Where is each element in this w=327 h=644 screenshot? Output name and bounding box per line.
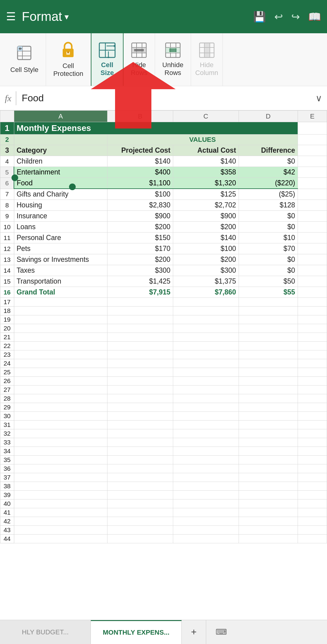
- cell[interactable]: [14, 482, 107, 491]
- book-icon[interactable]: 📖: [308, 11, 321, 23]
- cell-diff[interactable]: $0: [239, 211, 298, 222]
- table-row[interactable]: 39: [0, 491, 327, 499]
- cell[interactable]: [173, 438, 239, 447]
- cell[interactable]: [107, 315, 173, 324]
- cell[interactable]: [173, 456, 239, 464]
- cell[interactable]: [173, 315, 239, 324]
- cell-projected[interactable]: $1,100: [107, 178, 173, 189]
- table-row[interactable]: 4 Children $140 $140 $0: [0, 156, 327, 167]
- cell-e[interactable]: [298, 211, 327, 222]
- table-row[interactable]: 9 Insurance $900 $900 $0: [0, 211, 327, 222]
- cell-projected[interactable]: $7,915: [107, 287, 173, 298]
- cell-projected[interactable]: $100: [107, 189, 173, 200]
- cell[interactable]: [14, 491, 107, 499]
- cell[interactable]: [298, 350, 327, 359]
- cell-diff[interactable]: $128: [239, 200, 298, 211]
- cell-e[interactable]: [298, 276, 327, 287]
- values-header-cell[interactable]: VALUES: [107, 135, 298, 145]
- cell[interactable]: [298, 429, 327, 438]
- cell[interactable]: [14, 421, 107, 429]
- cell[interactable]: [107, 394, 173, 403]
- header-projected[interactable]: Projected Cost: [107, 145, 173, 156]
- cell-actual[interactable]: $300: [173, 265, 239, 276]
- cell[interactable]: [239, 421, 298, 429]
- cell[interactable]: [239, 412, 298, 421]
- cell-e[interactable]: [298, 189, 327, 200]
- cell-e[interactable]: [298, 167, 327, 178]
- cell[interactable]: [107, 350, 173, 359]
- cell[interactable]: [298, 377, 327, 385]
- col-header-c[interactable]: C: [173, 111, 239, 122]
- cell[interactable]: [107, 429, 173, 438]
- cell[interactable]: [239, 403, 298, 412]
- col-header-e[interactable]: E: [298, 111, 327, 122]
- cell-category[interactable]: Entertainment: [14, 167, 107, 178]
- table-row[interactable]: 35: [0, 456, 327, 464]
- cell[interactable]: [173, 482, 239, 491]
- cell[interactable]: [239, 377, 298, 385]
- cell[interactable]: [173, 535, 239, 543]
- cell[interactable]: [14, 517, 107, 526]
- table-row[interactable]: 41: [0, 508, 327, 517]
- cell[interactable]: [298, 535, 327, 543]
- cell[interactable]: [239, 385, 298, 394]
- cell[interactable]: [14, 412, 107, 421]
- cell[interactable]: [107, 464, 173, 473]
- cell[interactable]: [239, 350, 298, 359]
- cell-diff[interactable]: $0: [239, 265, 298, 276]
- header-actual[interactable]: Actual Cost: [173, 145, 239, 156]
- cell[interactable]: [173, 499, 239, 508]
- cell[interactable]: [107, 412, 173, 421]
- table-row[interactable]: 23: [0, 350, 327, 359]
- cell[interactable]: [239, 526, 298, 535]
- cell[interactable]: [173, 324, 239, 333]
- cell-projected[interactable]: $300: [107, 265, 173, 276]
- cell[interactable]: [173, 368, 239, 377]
- cell[interactable]: [14, 307, 107, 315]
- cell[interactable]: [298, 517, 327, 526]
- cell[interactable]: [173, 333, 239, 342]
- table-row[interactable]: 13 Savings or Investments $200 $200 $0: [0, 254, 327, 265]
- cell[interactable]: [298, 456, 327, 464]
- cell[interactable]: [298, 394, 327, 403]
- cell[interactable]: [107, 333, 173, 342]
- ribbon-cell-size[interactable]: CellSize: [91, 33, 124, 86]
- cell[interactable]: [239, 298, 298, 307]
- cell[interactable]: [298, 307, 327, 315]
- cell-diff[interactable]: ($25): [239, 189, 298, 200]
- cell-e[interactable]: [298, 178, 327, 189]
- save-icon[interactable]: 💾: [253, 11, 266, 23]
- cell-diff[interactable]: $55: [239, 287, 298, 298]
- cell[interactable]: [239, 394, 298, 403]
- cell-diff[interactable]: $42: [239, 167, 298, 178]
- cell-actual[interactable]: $100: [173, 243, 239, 254]
- cell-actual[interactable]: $200: [173, 222, 239, 233]
- cell[interactable]: [14, 473, 107, 482]
- cell[interactable]: [14, 429, 107, 438]
- cell[interactable]: [14, 342, 107, 350]
- add-sheet-button[interactable]: +: [182, 620, 206, 644]
- cell[interactable]: [239, 535, 298, 543]
- cell[interactable]: [298, 447, 327, 456]
- cell-e[interactable]: [298, 200, 327, 211]
- cell[interactable]: [107, 482, 173, 491]
- cell[interactable]: [239, 342, 298, 350]
- cell-actual[interactable]: $900: [173, 211, 239, 222]
- cell-projected[interactable]: $400: [107, 167, 173, 178]
- cell[interactable]: [107, 307, 173, 315]
- table-row[interactable]: 29: [0, 403, 327, 412]
- cell[interactable]: [14, 438, 107, 447]
- table-row[interactable]: 34: [0, 447, 327, 456]
- cell-diff[interactable]: $10: [239, 233, 298, 243]
- cell[interactable]: [298, 438, 327, 447]
- table-row[interactable]: 12 Pets $170 $100 $70: [0, 243, 327, 254]
- col-header-b[interactable]: B: [107, 111, 173, 122]
- formula-expand-icon[interactable]: ∨: [315, 93, 322, 103]
- cell[interactable]: [107, 508, 173, 517]
- cell[interactable]: [107, 517, 173, 526]
- cell-actual[interactable]: $125: [173, 189, 239, 200]
- table-row[interactable]: 19: [0, 315, 327, 324]
- cell[interactable]: [107, 377, 173, 385]
- cell[interactable]: [173, 491, 239, 499]
- cell[interactable]: [107, 526, 173, 535]
